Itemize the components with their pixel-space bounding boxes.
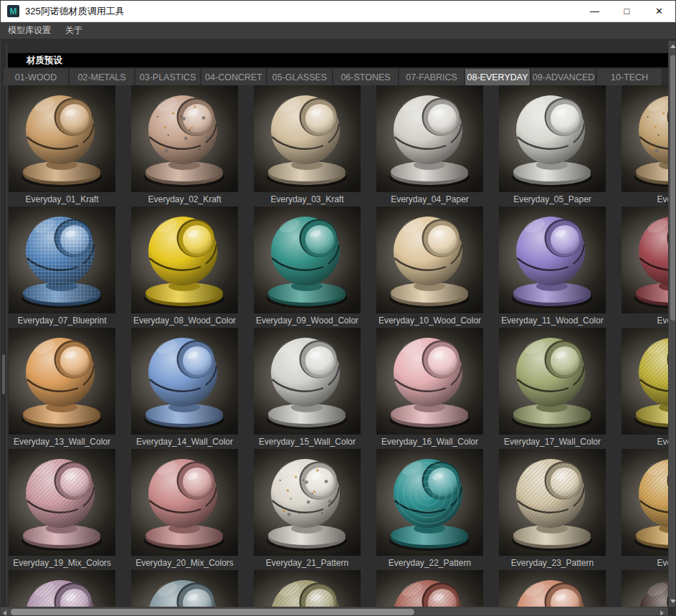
scroll-down-icon[interactable] bbox=[670, 600, 676, 603]
material-item[interactable]: Everyday_21_Pattern bbox=[254, 449, 361, 570]
material-preview-ball[interactable] bbox=[376, 328, 483, 435]
scroll-left-icon[interactable] bbox=[3, 610, 6, 616]
material-item[interactable]: Everyday_15_Wall_Color bbox=[254, 328, 361, 449]
material-preview-ball[interactable] bbox=[254, 328, 361, 435]
material-label: Everyday_09_Wood_Color bbox=[254, 313, 361, 328]
material-item[interactable]: Everyday_09_Wood_Color bbox=[254, 207, 361, 328]
tab-04-concret[interactable]: 04-CONCRET bbox=[201, 69, 267, 85]
material-label: Everyday_10_Wood_Color bbox=[376, 313, 483, 328]
material-preview-ball[interactable] bbox=[376, 570, 483, 607]
material-preview-ball[interactable] bbox=[131, 328, 238, 435]
material-label: Everyday_05_Paper bbox=[499, 192, 606, 207]
tab-07-fabrics[interactable]: 07-FABRICS bbox=[399, 69, 465, 85]
material-label: Everyday_14_Wall_Color bbox=[131, 435, 238, 449]
material-item[interactable]: Everyday_14_Wall_Color bbox=[131, 328, 238, 449]
material-preview-ball[interactable] bbox=[131, 449, 238, 556]
material-label: Everyday_07_Blueprint bbox=[9, 313, 115, 328]
tab-03-plastics[interactable]: 03-PLASTICS bbox=[135, 69, 201, 85]
tab-09-advanced[interactable]: 09-ADVANCED bbox=[531, 69, 596, 85]
material-item[interactable]: Everyday_10_Wood_Color bbox=[376, 207, 483, 328]
material-item[interactable]: Everyday_16_Wall_Color bbox=[376, 328, 483, 449]
window-title: 325阿诺德材质调用工具 bbox=[25, 5, 125, 18]
group-header: 材质预设 bbox=[8, 53, 670, 67]
title-bar: M 325阿诺德材质调用工具 —□✕ bbox=[1, 1, 675, 22]
material-preview-ball[interactable] bbox=[131, 207, 238, 313]
material-item[interactable]: Everyday_13_Wall_Color bbox=[9, 328, 115, 449]
material-preview-ball[interactable] bbox=[131, 570, 238, 607]
material-preview-ball[interactable] bbox=[131, 85, 238, 192]
group-label: 材质预设 bbox=[27, 55, 62, 67]
main-panel: 材质预设 01-WOOD02-METALS03-PLASTICS04-CONCR… bbox=[1, 39, 676, 616]
material-preview-ball[interactable] bbox=[254, 570, 361, 607]
material-preview-ball[interactable] bbox=[254, 207, 361, 313]
material-item[interactable] bbox=[254, 570, 361, 607]
material-preview-ball[interactable] bbox=[499, 207, 606, 313]
material-item[interactable]: Everyday_19_Mix_Colors bbox=[9, 449, 115, 570]
vertical-scrollbar[interactable] bbox=[668, 41, 676, 607]
material-preview-ball[interactable] bbox=[499, 85, 606, 192]
tab-02-metals[interactable]: 02-METALS bbox=[70, 69, 135, 85]
material-preview-ball[interactable] bbox=[9, 207, 115, 313]
material-item[interactable]: Everyday_11_Wood_Color bbox=[499, 207, 606, 328]
material-preview-ball[interactable] bbox=[9, 85, 115, 192]
menu-item-library-settings[interactable]: 模型库设置 bbox=[1, 22, 58, 39]
material-preview-ball[interactable] bbox=[9, 570, 115, 607]
material-item[interactable]: Everyday_01_Kraft bbox=[9, 85, 115, 207]
material-label: Everyday_04_Paper bbox=[376, 192, 483, 207]
material-preview-ball[interactable] bbox=[376, 207, 483, 313]
tab-10-tech[interactable]: 10-TECH bbox=[597, 69, 662, 85]
material-item[interactable]: Everyday_03_Kraft bbox=[254, 85, 361, 207]
material-item[interactable]: Everyday_23_Pattern bbox=[499, 449, 606, 570]
scroll-right-icon[interactable] bbox=[660, 610, 664, 616]
material-label: Everyday_13_Wall_Color bbox=[9, 435, 115, 449]
material-label: Everyday_08_Wood_Color bbox=[131, 313, 238, 328]
material-preview-ball[interactable] bbox=[376, 449, 483, 556]
left-frame-divider bbox=[6, 43, 7, 605]
material-item[interactable]: Everyday_08_Wood_Color bbox=[131, 207, 238, 328]
menu-bar: 模型库设置关于 bbox=[1, 22, 675, 39]
tab-05-glasses[interactable]: 05-GLASSES bbox=[267, 69, 333, 85]
material-item[interactable]: Everyday_07_Blueprint bbox=[9, 207, 115, 328]
tab-01-wood[interactable]: 01-WOOD bbox=[4, 69, 69, 85]
material-item[interactable]: Everyday_20_Mix_Colors bbox=[131, 449, 238, 570]
material-item[interactable] bbox=[131, 570, 238, 607]
material-label: Everyday_19_Mix_Colors bbox=[9, 556, 115, 570]
menu-item-about[interactable]: 关于 bbox=[58, 22, 90, 39]
material-preview-ball[interactable] bbox=[499, 449, 606, 556]
material-preview-ball[interactable] bbox=[254, 85, 361, 192]
material-item[interactable]: Everyday_17_Wall_Color bbox=[499, 328, 606, 449]
material-preview-ball[interactable] bbox=[9, 449, 115, 556]
material-preview-ball[interactable] bbox=[376, 85, 483, 192]
maximize-button[interactable]: □ bbox=[611, 1, 643, 22]
material-label: Everyday_03_Kraft bbox=[254, 192, 361, 207]
material-label: Everyday_16_Wall_Color bbox=[376, 435, 483, 449]
material-label: Everyday_17_Wall_Color bbox=[499, 435, 606, 449]
category-tabs: 01-WOOD02-METALS03-PLASTICS04-CONCRET05-… bbox=[4, 69, 663, 85]
material-label: Everyday_23_Pattern bbox=[499, 556, 606, 570]
material-label: Everyday_21_Pattern bbox=[254, 556, 361, 570]
close-button[interactable]: ✕ bbox=[643, 1, 675, 22]
material-preview-ball[interactable] bbox=[499, 328, 606, 435]
material-label: Everyday_11_Wood_Color bbox=[499, 313, 606, 328]
minimize-button[interactable]: — bbox=[579, 1, 611, 22]
material-item[interactable]: Everyday_05_Paper bbox=[499, 85, 606, 207]
material-label: Everyday_02_Kraft bbox=[131, 192, 238, 207]
material-item[interactable]: Everyday_04_Paper bbox=[376, 85, 483, 207]
material-preview-ball[interactable] bbox=[254, 449, 361, 556]
material-preview-ball[interactable] bbox=[9, 328, 115, 435]
material-preview-ball[interactable] bbox=[499, 570, 606, 607]
material-label: Everyday_15_Wall_Color bbox=[254, 435, 361, 449]
material-item[interactable] bbox=[9, 570, 115, 607]
material-label: Everyday_22_Pattern bbox=[376, 556, 483, 570]
scroll-up-icon[interactable] bbox=[670, 44, 676, 48]
material-item[interactable]: Everyday_02_Kraft bbox=[131, 85, 238, 207]
splitter-handle[interactable] bbox=[2, 354, 5, 394]
horizontal-scroll-thumb[interactable] bbox=[11, 609, 414, 615]
tab-08-everyday[interactable]: 08-EVERYDAY bbox=[465, 69, 530, 85]
material-item[interactable]: Everyday_22_Pattern bbox=[376, 449, 483, 570]
material-item[interactable] bbox=[376, 570, 483, 607]
tab-06-stones[interactable]: 06-STONES bbox=[333, 69, 399, 85]
material-item[interactable] bbox=[499, 570, 606, 607]
horizontal-scrollbar[interactable] bbox=[1, 607, 668, 616]
vertical-scroll-thumb[interactable] bbox=[670, 55, 676, 321]
